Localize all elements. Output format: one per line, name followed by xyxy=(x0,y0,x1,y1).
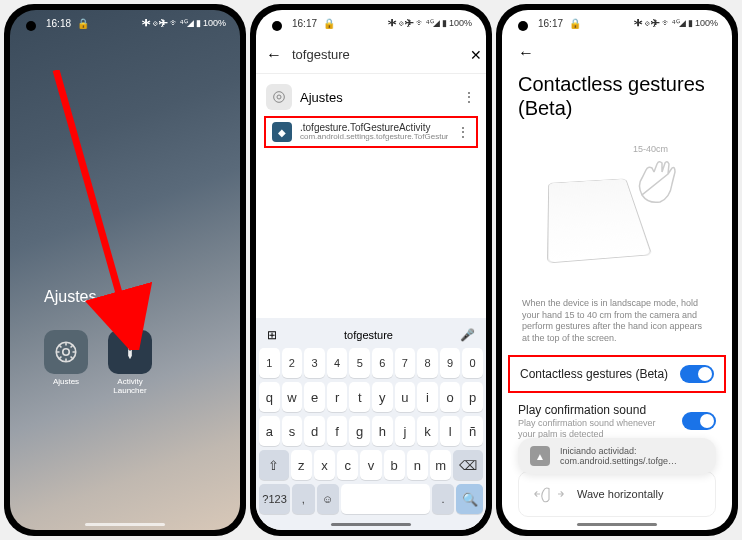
toggle-switch[interactable] xyxy=(682,412,716,430)
setting-label: Play confirmation sound xyxy=(518,403,674,417)
key[interactable]: 5 xyxy=(349,348,370,378)
search-result-item[interactable]: ◆ .tofgesture.TofGestureActivity com.and… xyxy=(264,116,478,148)
key[interactable]: q xyxy=(259,382,280,412)
status-bar: 16:17 🔒 ✱ ⊘ ✈ ᯤ ⁴ᴳ◢ ▮ 100% xyxy=(502,10,732,36)
kb-row-qwerty: q w e r t y u i o p xyxy=(259,382,483,412)
symbols-key[interactable]: ?123 xyxy=(259,484,290,514)
key[interactable]: e xyxy=(304,382,325,412)
key[interactable]: 6 xyxy=(372,348,393,378)
key[interactable]: l xyxy=(440,416,461,446)
toast: ▲ Iniciando actividad: com.android.setti… xyxy=(518,438,716,474)
backspace-key[interactable]: ⌫ xyxy=(453,450,483,480)
back-icon[interactable]: ← xyxy=(518,44,716,62)
key[interactable]: b xyxy=(384,450,405,480)
lock-icon: 🔒 xyxy=(569,18,581,29)
kb-row-zxcv: ⇧ z x c v b n m ⌫ xyxy=(259,450,483,480)
key[interactable]: 0 xyxy=(462,348,483,378)
mic-icon[interactable]: 🎤 xyxy=(460,328,475,342)
key[interactable]: r xyxy=(327,382,348,412)
key[interactable]: j xyxy=(395,416,416,446)
key[interactable]: v xyxy=(360,450,381,480)
suggestion-text[interactable]: tofgesture xyxy=(344,329,393,341)
comma-key[interactable]: , xyxy=(292,484,314,514)
toggle-switch[interactable] xyxy=(680,365,714,383)
key[interactable]: c xyxy=(337,450,358,480)
app-label: Ajustes xyxy=(53,378,79,387)
gesture-bar[interactable] xyxy=(85,523,165,526)
camera-hole xyxy=(518,21,528,31)
key[interactable]: z xyxy=(291,450,312,480)
key[interactable]: n xyxy=(407,450,428,480)
key[interactable]: x xyxy=(314,450,335,480)
kb-row-bottom: ?123 , ☺ . 🔍 xyxy=(259,484,483,514)
key[interactable]: 3 xyxy=(304,348,325,378)
back-icon[interactable]: ← xyxy=(266,46,282,64)
lock-icon: 🔒 xyxy=(323,18,335,29)
settings-screen: 16:17 🔒 ✱ ⊘ ✈ ᯤ ⁴ᴳ◢ ▮ 100% ← Contactless… xyxy=(502,10,732,530)
phone-frame-2: 16:17 🔒 ✱ ⊘ ✈ ᯤ ⁴ᴳ◢ ▮ 100% ← ✕ ⚙ xyxy=(250,4,492,536)
annotation-arrow xyxy=(40,70,160,350)
svg-line-1 xyxy=(56,70,128,325)
page-title: Contactless gestures (Beta) xyxy=(518,72,716,120)
key[interactable]: s xyxy=(282,416,303,446)
setting-contactless-gestures[interactable]: Contactless gestures (Beta) xyxy=(508,355,726,393)
key[interactable]: w xyxy=(282,382,303,412)
key[interactable]: 2 xyxy=(282,348,303,378)
key[interactable]: k xyxy=(417,416,438,446)
status-bar: 16:17 🔒 ✱ ⊘ ✈ ᯤ ⁴ᴳ◢ ▮ 100% xyxy=(256,10,486,36)
key[interactable]: 1 xyxy=(259,348,280,378)
camera-hole xyxy=(272,21,282,31)
results-section: Ajustes ⋮ ◆ .tofgesture.TofGestureActivi… xyxy=(256,74,486,156)
wave-icon xyxy=(531,482,567,506)
setting-description: Play confirmation sound whenever your pa… xyxy=(518,418,674,440)
battery-icon: ▮ xyxy=(196,18,201,28)
toast-line1: Iniciando actividad: xyxy=(560,446,677,456)
key[interactable]: 4 xyxy=(327,348,348,378)
suggestion-bar: ⊞ tofgesture 🎤 xyxy=(259,322,483,348)
status-time: 16:18 xyxy=(46,18,71,29)
section-header[interactable]: Ajustes ⋮ xyxy=(266,80,476,114)
lock-icon: 🔒 xyxy=(77,18,89,29)
status-time: 16:17 xyxy=(538,18,563,29)
key[interactable]: g xyxy=(349,416,370,446)
hand-icon xyxy=(622,150,692,220)
key[interactable]: m xyxy=(430,450,451,480)
clear-icon[interactable]: ✕ xyxy=(470,47,482,63)
key[interactable]: o xyxy=(440,382,461,412)
key[interactable]: 9 xyxy=(440,348,461,378)
page-header: ← Contactless gestures (Beta) xyxy=(502,36,732,134)
key[interactable]: p xyxy=(462,382,483,412)
key[interactable]: 7 xyxy=(395,348,416,378)
key[interactable]: u xyxy=(395,382,416,412)
grid-icon[interactable]: ⊞ xyxy=(267,328,277,342)
gear-icon xyxy=(266,84,292,110)
gesture-bar[interactable] xyxy=(577,523,657,526)
home-screen: 16:18 🔒 ✱ ⊘ ✈ ᯤ ⁴ᴳ◢ ▮ 100% Ajustes xyxy=(10,10,240,530)
key[interactable]: f xyxy=(327,416,348,446)
space-key[interactable] xyxy=(341,484,430,514)
status-icons: ✱ ⊘ ✈ ᯤ ⁴ᴳ◢ xyxy=(142,18,194,28)
key[interactable]: ñ xyxy=(462,416,483,446)
key[interactable]: 8 xyxy=(417,348,438,378)
option-wave-horizontally[interactable]: Wave horizontally xyxy=(518,471,716,517)
gesture-bar[interactable] xyxy=(331,523,411,526)
more-icon[interactable]: ⋮ xyxy=(456,124,470,140)
activity-launcher-screen: 16:17 🔒 ✱ ⊘ ✈ ᯤ ⁴ᴳ◢ ▮ 100% ← ✕ ⚙ xyxy=(256,10,486,530)
key[interactable]: t xyxy=(349,382,370,412)
keyboard: ⊞ tofgesture 🎤 1 2 3 4 5 6 7 8 9 0 q w e… xyxy=(256,318,486,530)
more-icon[interactable]: ⋮ xyxy=(462,89,476,105)
key[interactable]: h xyxy=(372,416,393,446)
search-input[interactable] xyxy=(292,47,460,62)
search-key[interactable]: 🔍 xyxy=(456,484,483,514)
shift-key[interactable]: ⇧ xyxy=(259,450,289,480)
kb-row-asdf: a s d f g h j k l ñ xyxy=(259,416,483,446)
key[interactable]: a xyxy=(259,416,280,446)
svg-point-13 xyxy=(277,95,281,99)
period-key[interactable]: . xyxy=(432,484,454,514)
status-icons: ✱ ⊘ ✈ ᯤ ⁴ᴳ◢ xyxy=(634,18,686,28)
key[interactable]: d xyxy=(304,416,325,446)
emoji-key[interactable]: ☺ xyxy=(317,484,339,514)
key[interactable]: y xyxy=(372,382,393,412)
key[interactable]: i xyxy=(417,382,438,412)
phone-frame-1: 16:18 🔒 ✱ ⊘ ✈ ᯤ ⁴ᴳ◢ ▮ 100% Ajustes xyxy=(4,4,246,536)
